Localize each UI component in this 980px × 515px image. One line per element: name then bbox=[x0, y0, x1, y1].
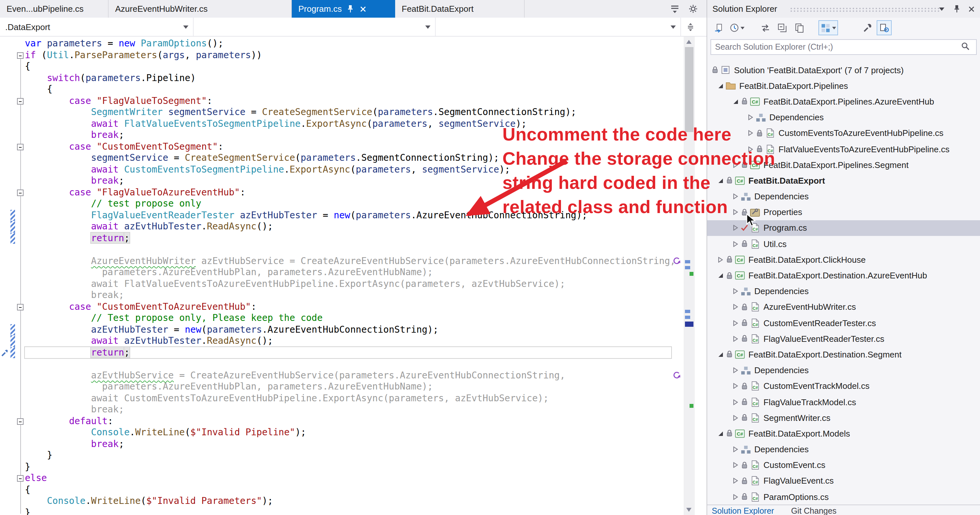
code-line[interactable]: default: bbox=[0, 415, 706, 427]
scrollbar-thumb[interactable] bbox=[685, 47, 694, 132]
code-line[interactable]: case "CustomEventToAzureEventHub": bbox=[0, 301, 706, 312]
tree-item[interactable]: Dependencies bbox=[707, 362, 980, 378]
close-icon[interactable] bbox=[359, 4, 368, 13]
tab-azureeventhubwriter[interactable]: AzureEventHubWriter.cs bbox=[108, 0, 292, 17]
tree-item[interactable]: C#FeatBit.DataExport.Destination.Segment bbox=[707, 347, 980, 362]
expander-collapsed-icon[interactable] bbox=[731, 304, 740, 310]
tab-featbit-dataexport[interactable]: FeatBit.DataExport bbox=[395, 0, 525, 17]
tree-item[interactable]: C#FeatBit.DataExport bbox=[707, 173, 980, 189]
type-dropdown[interactable] bbox=[194, 17, 436, 36]
tree-item[interactable]: C#FeatBit.DataExport.Pipelines.AzureEven… bbox=[707, 94, 980, 109]
switch-views-icon[interactable] bbox=[757, 20, 773, 35]
fold-toggle-icon[interactable] bbox=[17, 52, 24, 59]
expander-collapsed-icon[interactable] bbox=[731, 336, 740, 342]
code-line[interactable]: return; bbox=[0, 347, 706, 358]
code-line[interactable]: segmentService = CreateSegmentService(pa… bbox=[0, 152, 706, 164]
code-line[interactable]: { bbox=[0, 61, 706, 72]
expander-expanded-icon[interactable] bbox=[731, 99, 740, 105]
close-icon[interactable] bbox=[966, 3, 977, 15]
open-files-list-icon[interactable] bbox=[668, 3, 680, 15]
code-line[interactable]: else bbox=[0, 472, 706, 484]
fold-toggle-icon[interactable] bbox=[17, 143, 24, 150]
tree-item[interactable]: Dependencies bbox=[707, 109, 980, 125]
tree-item[interactable]: C#ParamOptions.cs bbox=[707, 489, 980, 504]
code-line[interactable]: break; bbox=[0, 290, 706, 301]
tree-item[interactable]: C#CustomEventsToAzureEventHubPipeline.cs bbox=[707, 125, 980, 141]
expander-collapsed-icon[interactable] bbox=[731, 399, 740, 405]
expander-collapsed-icon[interactable] bbox=[731, 241, 740, 247]
expander-collapsed-icon[interactable] bbox=[731, 383, 740, 389]
code-line[interactable]: await CustomEventsToSegmentPipeline.Expo… bbox=[0, 164, 706, 175]
editor-vertical-scrollbar[interactable] bbox=[684, 36, 695, 515]
expander-collapsed-icon[interactable] bbox=[731, 463, 740, 468]
code-line[interactable]: parameters.AzureEventHubPlan, parameters… bbox=[0, 381, 706, 393]
tree-item[interactable]: Dependencies bbox=[707, 442, 980, 457]
code-line[interactable]: } bbox=[0, 507, 706, 515]
code-line[interactable]: await azEvtHubTester.ReadAsync(); bbox=[0, 221, 706, 232]
expander-expanded-icon[interactable] bbox=[716, 273, 725, 279]
code-line[interactable]: return; bbox=[0, 232, 706, 244]
pin-icon[interactable] bbox=[951, 3, 963, 15]
code-line[interactable]: break; bbox=[0, 175, 706, 187]
tree-item[interactable]: C#FlagValueEvent.cs bbox=[707, 473, 980, 489]
file-filter-icon[interactable] bbox=[728, 20, 746, 35]
code-line[interactable]: FlagValueEventReaderTester azEvtHubTeste… bbox=[0, 209, 706, 221]
expander-expanded-icon[interactable] bbox=[716, 352, 725, 358]
fold-toggle-icon[interactable] bbox=[17, 304, 24, 310]
tree-item[interactable]: Properties bbox=[707, 204, 980, 220]
code-line[interactable]: { bbox=[0, 84, 706, 95]
code-line[interactable]: await FlatValueEventsToAzureEventHubPipe… bbox=[0, 278, 706, 290]
expander-collapsed-icon[interactable] bbox=[716, 257, 725, 263]
tree-item[interactable]: C#CustomEventTrackModel.cs bbox=[707, 379, 980, 394]
fold-toggle-icon[interactable] bbox=[17, 189, 24, 196]
bottom-tab-git-changes[interactable]: Git Changes bbox=[791, 507, 837, 515]
expander-collapsed-icon[interactable] bbox=[731, 494, 740, 500]
tree-item[interactable]: C#Program.cs bbox=[707, 220, 980, 236]
pin-icon[interactable] bbox=[346, 4, 355, 13]
tree-item[interactable]: C#FeatBit.DataExport.Destination.AzureEv… bbox=[707, 268, 980, 283]
preview-selected-items-icon[interactable] bbox=[877, 20, 892, 35]
code-line[interactable] bbox=[0, 358, 706, 369]
code-line[interactable]: await FlatValueEventsToSegmentPipeline.E… bbox=[0, 118, 706, 129]
expander-collapsed-icon[interactable] bbox=[731, 367, 740, 373]
collapse-all-icon[interactable] bbox=[775, 20, 790, 35]
expander-collapsed-icon[interactable] bbox=[731, 193, 740, 199]
view-selector-icon[interactable] bbox=[818, 20, 838, 35]
project-dropdown[interactable]: .DataExport bbox=[0, 17, 194, 36]
expander-collapsed-icon[interactable] bbox=[746, 114, 755, 120]
tree-item[interactable]: C#FlagValueEventReaderTester.cs bbox=[707, 331, 980, 346]
expander-collapsed-icon[interactable] bbox=[746, 146, 755, 152]
tree-item[interactable]: C#CustomEvent.cs bbox=[707, 457, 980, 473]
tree-item[interactable]: C#FlatValueEventsToAzureEventHubPipeline… bbox=[707, 141, 980, 157]
scrollbar-down-arrow-icon[interactable] bbox=[686, 508, 692, 512]
expander-collapsed-icon[interactable] bbox=[731, 415, 740, 421]
expander-collapsed-icon[interactable] bbox=[731, 162, 740, 168]
code-line[interactable]: case "CustomEventToSegment": bbox=[0, 141, 706, 152]
tree-item[interactable]: Solution 'FeatBit.DataExport' (7 of 7 pr… bbox=[707, 62, 980, 78]
tree-item[interactable]: C#SegmentWriter.cs bbox=[707, 410, 980, 425]
code-line[interactable]: } bbox=[0, 450, 706, 461]
expander-expanded-icon[interactable] bbox=[716, 83, 725, 89]
code-line[interactable]: Console.WriteLine($"Invalid Pipeline"); bbox=[0, 427, 706, 438]
tree-item[interactable]: C#FlagValueTrackModel.cs bbox=[707, 394, 980, 410]
quick-actions-icon[interactable] bbox=[1, 348, 8, 356]
code-line[interactable]: AzureEventHubWriter azEvtHubService = Cr… bbox=[0, 255, 706, 267]
tree-item[interactable]: FeatBit.DataExport.Pipelines bbox=[707, 78, 980, 93]
code-line[interactable]: if (Util.ParseParameters(args, parameter… bbox=[0, 49, 706, 61]
expander-collapsed-icon[interactable] bbox=[731, 225, 740, 231]
code-line[interactable]: case "FlagValueToAzureEventHub": bbox=[0, 187, 706, 198]
expander-collapsed-icon[interactable] bbox=[731, 288, 740, 294]
code-line[interactable]: break; bbox=[0, 129, 706, 141]
tab-program[interactable]: Program.cs bbox=[292, 0, 395, 17]
expander-collapsed-icon[interactable] bbox=[731, 446, 740, 452]
tree-item[interactable]: Dependencies bbox=[707, 283, 980, 299]
fold-toggle-icon[interactable] bbox=[17, 418, 24, 425]
tree-item[interactable]: C#FeatBit.DataExport.Models bbox=[707, 426, 980, 442]
expander-expanded-icon[interactable] bbox=[716, 431, 725, 437]
code-editor[interactable]: var parameters = new ParamOptions();if (… bbox=[0, 36, 706, 515]
code-line[interactable]: break; bbox=[0, 404, 706, 415]
tree-item[interactable]: C#AzureEventHubWriter.cs bbox=[707, 299, 980, 315]
search-input[interactable] bbox=[711, 40, 976, 54]
code-line[interactable]: parameters.AzureEventHubPlan, parameters… bbox=[0, 267, 706, 278]
code-line[interactable]: var parameters = new ParamOptions(); bbox=[0, 38, 706, 49]
